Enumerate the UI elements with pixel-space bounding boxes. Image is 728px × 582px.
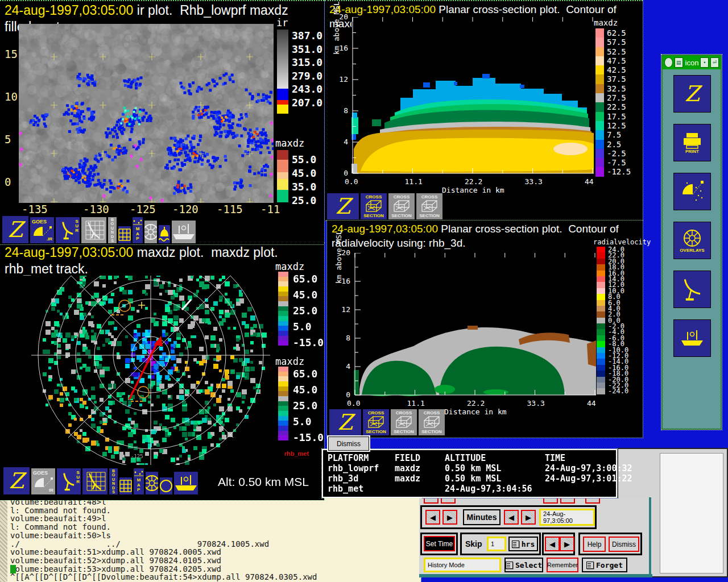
minutes-forward-button[interactable]: ▶ <box>442 510 457 525</box>
terminal-text: volume:beaufait:48>l l: Command not foun… <box>10 498 317 581</box>
panel-dismiss-button[interactable]: Dismiss <box>609 537 639 552</box>
skip-forward-button[interactable]: ▶ <box>560 537 574 551</box>
iconbox-button-overlays[interactable]: OVERLAYS <box>673 222 711 259</box>
window-restore-button[interactable]: ⏎ <box>710 57 719 68</box>
colorbar-ir <box>277 30 288 114</box>
colorbar-swatch <box>597 300 605 306</box>
cross-section-button-3[interactable]: CROSSSECTION <box>419 409 445 435</box>
occluded-button[interactable] <box>424 498 439 504</box>
sur-label: S U R <box>76 471 80 484</box>
step-back-button[interactable]: ◀ <box>504 510 519 525</box>
goes-icon <box>32 476 54 488</box>
toolbar-button-buoy[interactable] <box>159 225 170 243</box>
toolbar-button-compass[interactable] <box>144 221 157 243</box>
toolbar-button-circle[interactable] <box>160 477 172 494</box>
cross-section-button-1[interactable]: CROSSSECTION <box>361 193 387 219</box>
cross-section-button-3[interactable]: CROSSSECTION <box>416 193 442 219</box>
iconbox-button-satellite[interactable] <box>673 173 711 210</box>
colorbar-ir-tick: 279.0 <box>292 70 322 82</box>
colorbar-ir-tick: 207.0 <box>292 97 322 109</box>
colorbar-swatch <box>597 371 605 376</box>
colorbar-swatch <box>597 329 605 335</box>
cross-section-button-2[interactable]: CROSSSECTION <box>391 409 417 435</box>
set-time-button[interactable]: Set Time <box>424 536 455 551</box>
window-iconify-button[interactable]: • <box>700 57 709 68</box>
colorbar2-label: maxdz <box>275 356 304 367</box>
x-tick: 0.0 <box>345 177 358 186</box>
toolbar-button-goes[interactable]: GOESIR <box>31 468 55 494</box>
colorbar-entry: 62.5 <box>595 28 631 38</box>
cross-section-button-1[interactable]: CROSSSECTION <box>363 409 389 435</box>
forget-option-button[interactable]: Forget <box>582 558 627 572</box>
toolbar-button-goes[interactable]: GOES.IR <box>30 217 54 243</box>
toolbar-button-smallgrid[interactable] <box>118 226 131 243</box>
buoy-icon <box>159 226 170 243</box>
colorbar-ir-label: ir <box>276 17 288 28</box>
toolbar-button-smallgrid[interactable] <box>119 477 132 494</box>
help-button[interactable]: Help <box>583 537 606 552</box>
table-cell: maxdz <box>395 473 445 484</box>
colorbar-swatch <box>595 140 604 149</box>
dismiss-button[interactable]: Dismiss <box>328 436 369 451</box>
minutes-button[interactable]: Minutes <box>463 509 500 525</box>
occluded-button[interactable] <box>560 498 575 504</box>
iconbox-button-print[interactable]: PRINT <box>673 124 711 161</box>
skip-value-field[interactable]: 1 <box>487 537 506 551</box>
hrs-option-button[interactable]: hrs <box>508 537 538 551</box>
toolbar-button-ship[interactable] <box>172 221 196 243</box>
toolbar-button-zeb[interactable]: Z <box>329 409 361 435</box>
minutes-back-button[interactable]: ◀ <box>425 510 440 525</box>
iconbox-button-ship[interactable] <box>673 319 711 357</box>
colorbar1-label: maxdz <box>275 261 304 272</box>
toolbar-button-bounds[interactable]: B O U N D S <box>109 468 118 494</box>
toolbar-button-zeb[interactable]: Z <box>327 193 359 219</box>
table-cell: 0.50 km MSL <box>445 473 545 484</box>
select-option-button[interactable]: Select <box>504 558 543 572</box>
colorbar-value: -7.5 <box>607 158 626 167</box>
table-header-cell: ALTITUDE <box>445 453 545 463</box>
toolbar-button-zeb[interactable]: Z <box>2 216 28 243</box>
colorbar-label: radialvelocity <box>593 238 651 246</box>
toolbar-button-ship[interactable] <box>174 472 198 494</box>
skip-back-button[interactable]: ◀ <box>545 537 560 551</box>
ship-icon <box>172 222 196 242</box>
ir-y-tick: 5 <box>5 133 11 146</box>
colorbar-swatch <box>595 121 604 130</box>
bounds-label: B O U N D S <box>111 218 114 243</box>
step-forward-button[interactable]: ▶ <box>521 510 536 525</box>
window-menu-button[interactable]: ▤ <box>675 57 683 68</box>
colorbar-entry: 2.5 <box>595 140 631 149</box>
toolbar-button-gridradar[interactable] <box>82 468 107 494</box>
colorbar-maxdz <box>277 150 288 202</box>
desktop: 24-aug-1997,03:05:00 ir plot. Rhb_lowprf… <box>0 0 728 582</box>
toolbar-button-sur[interactable]: S U R <box>57 468 81 494</box>
occluded-button[interactable] <box>585 498 600 504</box>
window-title: 24-aug-1997,03:05:00 Planar cross-sectio… <box>332 222 619 250</box>
cross-section-button-2[interactable]: CROSSSECTION <box>388 193 415 219</box>
remember-button[interactable]: Remember <box>547 558 578 572</box>
colorbar-value: 2.5 <box>607 140 621 149</box>
terminal-scrollbar[interactable] <box>0 497 7 582</box>
colorbar-swatch <box>597 359 605 364</box>
toolbar-button-bounds[interactable]: B O U N D S <box>108 217 117 243</box>
colorbar-swatch <box>597 335 605 341</box>
occluded-button[interactable] <box>543 498 558 504</box>
toolbar-button-gridradar[interactable] <box>81 217 106 243</box>
datetime-field[interactable]: 24-Aug-97,3:05:00 <box>539 509 595 526</box>
colorbar-maxdz-tick: 35.0 <box>292 181 316 193</box>
iconbox-button-zeb[interactable]: Z <box>673 75 711 113</box>
iconbox-button-antenna[interactable] <box>673 271 711 308</box>
occluded-button[interactable] <box>441 498 456 504</box>
section-label: SECTION <box>419 213 440 218</box>
toolbar-button-compass[interactable] <box>146 472 158 494</box>
toolbar-button-map[interactable]: M A P <box>134 468 144 494</box>
colorbar1-tick: 5.0 <box>293 321 312 332</box>
toolbar-button-zeb[interactable]: Z <box>3 467 30 494</box>
history-mode-field[interactable]: History Mode <box>424 558 501 572</box>
colorbar-swatch <box>597 271 605 276</box>
window-menu-circle-button[interactable] <box>664 57 673 68</box>
toolbar-button-sur[interactable]: S U R <box>56 217 80 243</box>
sur-label: S U R <box>75 219 78 233</box>
colorbar2-tick: 65.0 <box>293 368 317 380</box>
toolbar-button-map[interactable]: M A P <box>133 217 143 243</box>
